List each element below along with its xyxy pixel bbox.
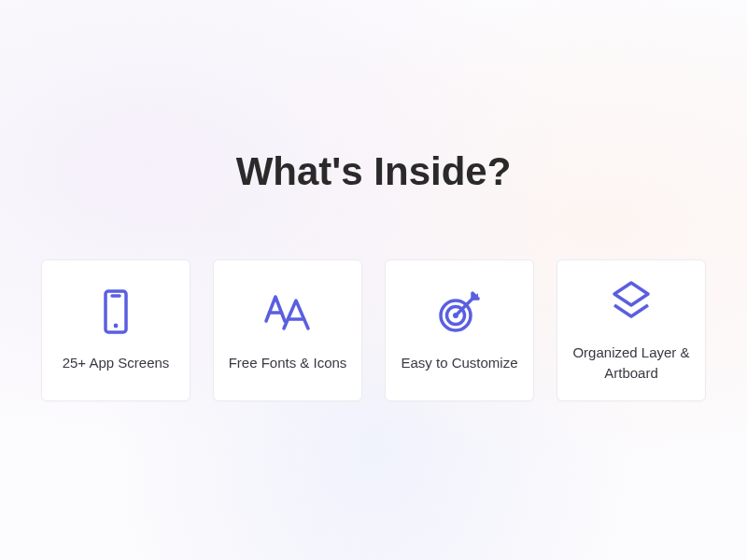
feature-label: Organized Layer & Artboard [567,343,696,384]
feature-label: Easy to Customize [401,353,517,373]
typography-icon [263,287,312,336]
feature-label: Free Fonts & Icons [229,353,347,373]
smartphone-icon [92,287,140,336]
layers-icon [607,277,655,326]
feature-card-layers: Organized Layer & Artboard [557,259,706,401]
svg-point-1 [114,324,119,329]
feature-card-customize: Easy to Customize [385,259,534,401]
feature-card-screens: 25+ App Screens [41,259,190,401]
feature-cards: 25+ App Screens Free Fonts & Icons Easy [6,259,741,401]
section-heading: What's Inside? [236,149,512,194]
feature-label: 25+ App Screens [63,353,170,373]
target-icon [435,287,484,336]
feature-card-fonts: Free Fonts & Icons [213,259,362,401]
